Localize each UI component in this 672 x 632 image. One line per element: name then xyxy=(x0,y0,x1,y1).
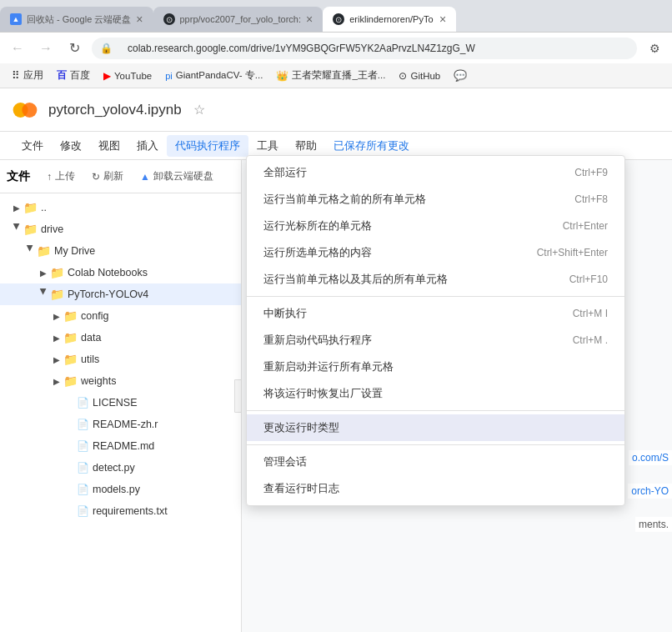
dropdown-run-all-shortcut: Ctrl+F9 xyxy=(574,167,608,178)
tree-item-data[interactable]: ▶ 📁 data xyxy=(0,327,241,349)
dropdown-restart-shortcut: Ctrl+M . xyxy=(573,334,608,346)
tree-item-requirements[interactable]: ▶ 📄 requirements.txt xyxy=(0,500,241,522)
tab-bar: ▲ 回收站 - Google 云端硬盘 × ⊙ pprp/voc2007_for… xyxy=(0,0,672,32)
tree-item-colabnb[interactable]: ▶ 📁 Colab Notebooks xyxy=(0,262,241,283)
sidebar-toggle-button[interactable]: ‹ xyxy=(234,379,242,413)
dropdown-run-after-label: 运行当前单元格以及其后的所有单元格 xyxy=(263,272,448,287)
bookmarks-bar: ⠿ 应用 百 百度 ▶ YouTube pi GiantPandaCV- 专..… xyxy=(0,63,672,88)
tree-label-drive: drive xyxy=(41,223,63,235)
tree-item-utils[interactable]: ▶ 📁 utils xyxy=(0,349,241,370)
tree-item-config[interactable]: ▶ 📁 config xyxy=(0,305,241,327)
bookmark-king-label: 王者荣耀直播_王者... xyxy=(292,69,385,82)
menu-view[interactable]: 视图 xyxy=(90,135,128,157)
tree-item-mydrive[interactable]: ▶ 📁 My Drive xyxy=(0,240,241,262)
dropdown-run-before-label: 运行当前单元格之前的所有单元格 xyxy=(263,192,426,207)
dropdown-run-current[interactable]: 运行光标所在的单元格 Ctrl+Enter xyxy=(247,213,624,239)
upload-label: 上传 xyxy=(55,169,75,183)
dropdown-manage-sessions[interactable]: 管理会话 xyxy=(247,449,624,475)
dropdown-run-after[interactable]: 运行当前单元格以及其后的所有单元格 Ctrl+F10 xyxy=(247,266,624,293)
folder-icon-yolov4: 📁 xyxy=(50,288,64,301)
folder-icon-parent: 📁 xyxy=(23,201,38,214)
dropdown-run-all[interactable]: 全部运行 Ctrl+F9 xyxy=(247,159,624,186)
menu-saved[interactable]: 已保存所有更改 xyxy=(325,135,418,157)
tree-arrow-colabnb: ▶ xyxy=(37,268,50,278)
tree-arrow-drive: ▶ xyxy=(13,223,22,236)
tree-item-parent[interactable]: ▶ 📁 .. xyxy=(0,197,241,218)
dropdown-run-current-label: 运行光标所在的单元格 xyxy=(263,218,372,233)
dropdown-run-before-shortcut: Ctrl+F8 xyxy=(574,193,608,205)
partial-url-3: ments. xyxy=(635,517,672,532)
colab-header: pytorch_yolov4.ipynb ☆ xyxy=(0,88,672,132)
tree-item-readme-zh[interactable]: ▶ 📄 README-zh.r xyxy=(0,414,241,435)
tab-favicon-github2: ⊙ xyxy=(333,13,344,25)
tree-item-yolov4[interactable]: ▶ 📁 PyTorch-YOLOv4 xyxy=(0,283,241,305)
bookmark-github[interactable]: ⊙ GitHub xyxy=(394,68,445,83)
tree-label-readme-zh: README-zh.r xyxy=(93,419,158,430)
bookmark-wechat[interactable]: 💬 xyxy=(449,68,472,83)
refresh-button[interactable]: ↻ xyxy=(63,38,85,59)
file-icon-models: 📄 xyxy=(77,484,89,495)
dropdown-separator-3 xyxy=(247,444,624,445)
tree-label-yolov4: PyTorch-YOLOv4 xyxy=(68,288,148,300)
tab-github1[interactable]: ⊙ pprp/voc2007_for_yolo_torch: × xyxy=(153,7,323,32)
bookmark-youtube[interactable]: ▶ YouTube xyxy=(98,68,157,83)
menu-edit[interactable]: 修改 xyxy=(52,135,90,157)
menu-tools[interactable]: 工具 xyxy=(248,135,287,157)
drive-icon: ▲ xyxy=(140,171,150,183)
menu-insert[interactable]: 插入 xyxy=(128,135,167,157)
unmount-drive-button[interactable]: ▲ 卸载云端硬盘 xyxy=(133,166,220,187)
colab-star-icon[interactable]: ☆ xyxy=(193,102,205,118)
tree-item-weights[interactable]: ▶ 📁 weights xyxy=(0,370,241,392)
dropdown-view-logs[interactable]: 查看运行时日志 xyxy=(247,475,624,502)
tree-arrow-weights: ▶ xyxy=(50,377,63,386)
bookmark-king[interactable]: 👑 王者荣耀直播_王者... xyxy=(271,68,390,83)
menu-runtime[interactable]: 代码执行程序 xyxy=(167,135,248,157)
runtime-dropdown-menu: 全部运行 Ctrl+F9 运行当前单元格之前的所有单元格 Ctrl+F8 运行光… xyxy=(246,155,625,506)
refresh-label: 刷新 xyxy=(103,169,123,183)
tab-close-gdrive[interactable]: × xyxy=(136,13,143,26)
tree-item-license[interactable]: ▶ 📄 LICENSE xyxy=(0,392,241,414)
dropdown-change-runtime[interactable]: 更改运行时类型 xyxy=(247,414,624,441)
tree-item-drive[interactable]: ▶ 📁 drive xyxy=(0,218,241,240)
tree-arrow-utils: ▶ xyxy=(50,355,63,364)
tab-github2[interactable]: ⊙ eriklindernoren/PyTo × xyxy=(323,7,456,32)
file-icon-license: 📄 xyxy=(77,397,89,409)
sidebar-title: 文件 xyxy=(7,169,30,184)
dropdown-restart[interactable]: 重新启动代码执行程序 Ctrl+M . xyxy=(247,327,624,354)
dropdown-reset[interactable]: 将该运行时恢复出厂设置 xyxy=(247,380,624,407)
upload-button[interactable]: ↑ 上传 xyxy=(40,166,82,187)
tree-arrow-yolov4: ▶ xyxy=(39,288,48,301)
dropdown-run-before[interactable]: 运行当前单元格之前的所有单元格 Ctrl+F8 xyxy=(247,186,624,213)
tree-item-models[interactable]: ▶ 📄 models.py xyxy=(0,479,241,500)
lock-icon: 🔒 xyxy=(100,43,113,54)
file-icon-detect: 📄 xyxy=(77,462,89,474)
extensions-button[interactable]: ⚙ xyxy=(644,38,665,59)
tree-item-detect[interactable]: ▶ 📄 detect.py xyxy=(0,457,241,479)
bookmark-giant[interactable]: pi GiantPandaCV- 专... xyxy=(160,68,268,83)
dropdown-view-logs-label: 查看运行时日志 xyxy=(263,481,339,496)
tree-item-readme-md[interactable]: ▶ 📄 README.md xyxy=(0,435,241,457)
unmount-label: 卸载云端硬盘 xyxy=(153,169,213,183)
bookmark-youtube-label: YouTube xyxy=(114,71,152,81)
address-input[interactable] xyxy=(118,38,629,59)
tree-label-weights: weights xyxy=(81,375,116,387)
dropdown-run-all-label: 全部运行 xyxy=(263,165,307,180)
bookmark-baidu[interactable]: 百 百度 xyxy=(52,67,95,84)
dropdown-run-selection[interactable]: 运行所选单元格的内容 Ctrl+Shift+Enter xyxy=(247,239,624,266)
back-button[interactable]: ← xyxy=(7,38,28,59)
menu-help[interactable]: 帮助 xyxy=(287,135,325,157)
dropdown-restart-run-all[interactable]: 重新启动并运行所有单元格 xyxy=(247,354,624,380)
forward-button[interactable]: → xyxy=(35,38,57,59)
bookmark-apps[interactable]: ⠿ 应用 xyxy=(7,68,48,83)
tab-close-github2[interactable]: × xyxy=(439,13,446,26)
refresh-files-button[interactable]: ↻ 刷新 xyxy=(85,166,130,187)
dropdown-run-selection-shortcut: Ctrl+Shift+Enter xyxy=(537,247,608,258)
tab-gdrive[interactable]: ▲ 回收站 - Google 云端硬盘 × xyxy=(0,7,153,32)
dropdown-interrupt[interactable]: 中断执行 Ctrl+M I xyxy=(247,300,624,327)
tree-label-mydrive: My Drive xyxy=(54,245,95,257)
tab-close-github1[interactable]: × xyxy=(306,13,313,26)
bookmark-baidu-label: 百度 xyxy=(70,69,90,82)
tree-arrow-data: ▶ xyxy=(50,334,63,343)
menu-file[interactable]: 文件 xyxy=(13,135,52,157)
tree-label-data: data xyxy=(81,332,101,344)
